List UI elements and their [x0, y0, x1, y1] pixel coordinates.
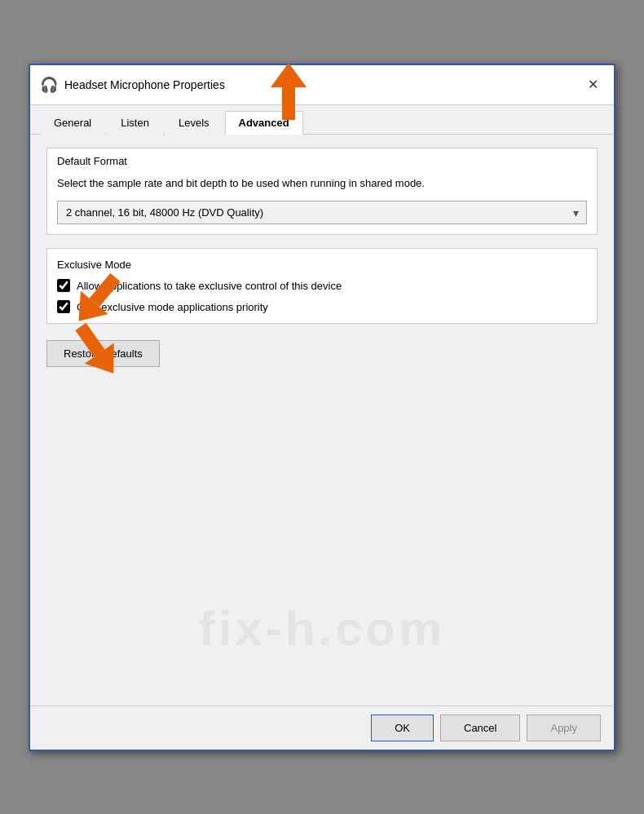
tabs-bar: General Listen Levels Advanced	[30, 105, 614, 135]
close-button[interactable]: ✕	[581, 73, 604, 96]
title-bar-left: 🎧 Headset Microphone Properties	[40, 76, 225, 94]
sample-rate-dropdown[interactable]: 1 channel, 16 bit, 44100 Hz (CD Quality)…	[57, 201, 587, 224]
dialog-footer: OK Cancel Apply	[30, 706, 614, 750]
default-format-content: Select the sample rate and bit depth to …	[47, 170, 597, 235]
tab-levels[interactable]: Levels	[165, 111, 223, 135]
cancel-button[interactable]: Cancel	[440, 714, 520, 741]
apply-button[interactable]: Apply	[527, 714, 601, 741]
watermark: fix-h.com	[199, 600, 446, 657]
ok-button[interactable]: OK	[371, 714, 434, 741]
default-format-group: Default Format Select the sample rate an…	[46, 148, 598, 236]
exclusive-mode-title: Exclusive Mode	[57, 259, 587, 271]
headset-icon: 🎧	[40, 76, 58, 94]
exclusive-control-label[interactable]: Allow applications to take exclusive con…	[77, 280, 342, 292]
tab-listen[interactable]: Listen	[107, 111, 163, 135]
tab-general[interactable]: General	[40, 111, 105, 135]
checkbox-row-2: Give exclusive mode applications priorit…	[57, 300, 587, 313]
exclusive-mode-group: Exclusive Mode Allow applications to tak…	[46, 248, 598, 324]
default-format-description: Select the sample rate and bit depth to …	[57, 175, 587, 192]
dialog-window: 🎧 Headset Microphone Properties ✕ Genera…	[29, 64, 615, 751]
sample-rate-dropdown-wrapper[interactable]: 1 channel, 16 bit, 44100 Hz (CD Quality)…	[57, 201, 587, 224]
content-area: Default Format Select the sample rate an…	[30, 135, 614, 706]
exclusive-priority-checkbox[interactable]	[57, 300, 70, 313]
default-format-title: Default Format	[47, 148, 597, 170]
exclusive-priority-label[interactable]: Give exclusive mode applications priorit…	[77, 301, 268, 313]
checkbox-row-1: Allow applications to take exclusive con…	[57, 279, 587, 292]
restore-defaults-container: Restore Defaults	[46, 340, 598, 367]
restore-defaults-button[interactable]: Restore Defaults	[46, 340, 160, 367]
window-title: Headset Microphone Properties	[64, 78, 225, 91]
exclusive-control-checkbox[interactable]	[57, 279, 70, 292]
title-bar: 🎧 Headset Microphone Properties ✕	[30, 65, 614, 105]
tab-advanced[interactable]: Advanced	[225, 111, 303, 135]
